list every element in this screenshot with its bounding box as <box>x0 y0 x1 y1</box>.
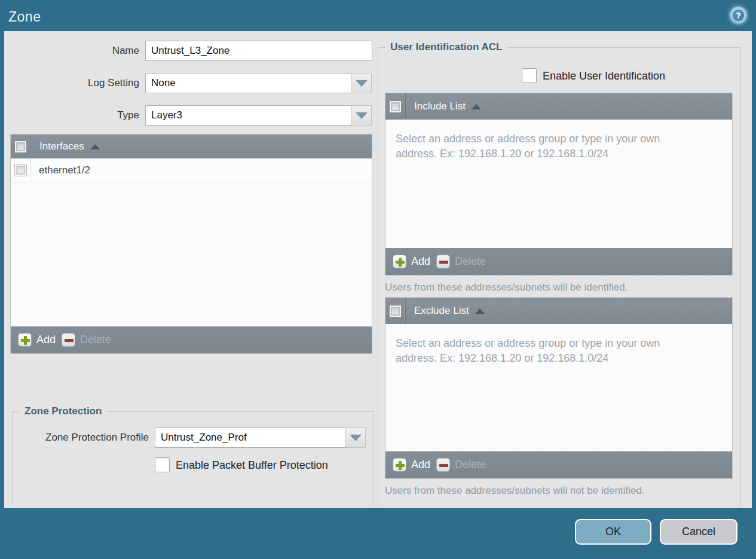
add-button-label: Add <box>411 255 430 268</box>
chevron-down-icon <box>350 435 362 441</box>
exclude-list-body[interactable]: Select an address or address group or ty… <box>385 324 732 451</box>
delete-include-button[interactable]: Delete <box>436 255 486 268</box>
dialog-title: Zone <box>8 9 41 25</box>
exclude-list-placeholder: Select an address or address group or ty… <box>396 336 700 366</box>
delete-exclude-button[interactable]: Delete <box>436 458 486 472</box>
include-list-note: Users from these addresses/subnets will … <box>385 282 628 294</box>
cancel-button[interactable]: Cancel <box>660 519 737 545</box>
delete-button-label: Delete <box>455 459 486 471</box>
zone-dialog: Zone ? Name Untrust_L3_Zone Log Setting … <box>0 0 756 559</box>
name-label: Name <box>4 41 139 61</box>
dialog-body: Name Untrust_L3_Zone Log Setting None Ty… <box>4 31 752 508</box>
help-icon[interactable]: ? <box>730 7 747 24</box>
include-list-table: Include List Select an address or addres… <box>385 93 733 276</box>
add-interface-button[interactable]: Add <box>18 333 56 347</box>
interface-name: ethernet1/2 <box>39 164 90 176</box>
zone-protection-profile-input[interactable]: Untrust_Zone_Prof <box>155 427 346 448</box>
log-setting-dropdown-button[interactable] <box>351 73 372 93</box>
ok-button[interactable]: OK <box>575 519 651 545</box>
interfaces-table-body: ethernet1/2 <box>11 158 372 326</box>
header-checkbox-cell <box>385 93 406 120</box>
plus-icon <box>18 333 32 347</box>
include-list-footer: Add Delete <box>385 248 732 275</box>
interfaces-column-header[interactable]: Interfaces <box>39 140 84 152</box>
interfaces-table: Interfaces ethernet1/2 Add Dele <box>10 134 372 354</box>
log-setting-input[interactable]: None <box>145 73 352 93</box>
sort-asc-icon[interactable] <box>90 144 100 149</box>
row-checkbox[interactable] <box>15 164 26 176</box>
include-list-placeholder: Select an address or address group or ty… <box>396 132 700 161</box>
select-all-checkbox[interactable] <box>15 141 26 152</box>
zone-protection-profile-label: Zone Protection Profile <box>13 427 149 448</box>
user-identification-acl-legend: User Identification ACL <box>385 41 507 53</box>
header-checkbox-cell <box>11 135 31 158</box>
chevron-down-icon <box>356 112 368 119</box>
enable-user-identification-label: Enable User Identification <box>543 70 665 83</box>
question-mark-glyph: ? <box>733 10 744 21</box>
plus-icon <box>393 255 406 268</box>
exclude-list-footer: Add Delete <box>385 451 732 478</box>
user-identification-acl-section: User Identification ACL Enable User Iden… <box>378 47 741 506</box>
name-input[interactable]: Untrust_L3_Zone <box>145 41 372 61</box>
minus-icon <box>436 255 450 268</box>
sort-asc-icon[interactable] <box>475 308 485 314</box>
table-row[interactable]: ethernet1/2 <box>11 158 372 182</box>
delete-interface-button[interactable]: Delete <box>62 333 111 347</box>
add-include-button[interactable]: Add <box>393 255 430 268</box>
plus-icon <box>393 458 406 472</box>
log-setting-label: Log Setting <box>4 73 139 93</box>
chevron-down-icon <box>356 80 368 87</box>
add-exclude-button[interactable]: Add <box>393 458 430 472</box>
enable-user-identification-checkbox[interactable] <box>522 68 537 83</box>
add-button-label: Add <box>36 334 56 346</box>
zone-protection-section: Zone Protection Zone Protection Profile … <box>12 411 374 506</box>
type-dropdown-button[interactable] <box>351 105 372 126</box>
exclude-list-table: Exclude List Select an address or addres… <box>385 297 733 479</box>
exclude-list-note: Users from these addresses/subnets will … <box>385 485 645 497</box>
enable-packet-buffer-protection-checkbox[interactable] <box>155 457 170 472</box>
row-checkbox-cell <box>11 158 31 182</box>
include-list-header[interactable]: Include List <box>385 93 732 120</box>
zone-protection-profile-dropdown-button[interactable] <box>345 427 366 448</box>
delete-button-label: Delete <box>80 334 111 346</box>
add-button-label: Add <box>411 459 430 471</box>
include-list-body[interactable]: Select an address or address group or ty… <box>385 120 732 248</box>
delete-button-label: Delete <box>455 255 486 268</box>
type-label: Type <box>4 105 139 126</box>
zone-protection-legend: Zone Protection <box>20 405 106 417</box>
minus-icon <box>436 458 450 472</box>
select-all-checkbox[interactable] <box>390 306 401 317</box>
exclude-list-header[interactable]: Exclude List <box>385 298 732 324</box>
include-list-column-header[interactable]: Include List <box>414 100 466 112</box>
interfaces-table-header[interactable]: Interfaces <box>11 135 372 158</box>
exclude-list-column-header[interactable]: Exclude List <box>414 305 469 317</box>
interfaces-table-footer: Add Delete <box>11 326 372 353</box>
type-input[interactable]: Layer3 <box>145 105 352 126</box>
minus-icon <box>62 333 75 347</box>
select-all-checkbox[interactable] <box>390 101 401 112</box>
header-checkbox-cell <box>385 298 406 324</box>
sort-asc-icon[interactable] <box>472 104 481 109</box>
enable-packet-buffer-protection-label: Enable Packet Buffer Protection <box>176 459 328 472</box>
